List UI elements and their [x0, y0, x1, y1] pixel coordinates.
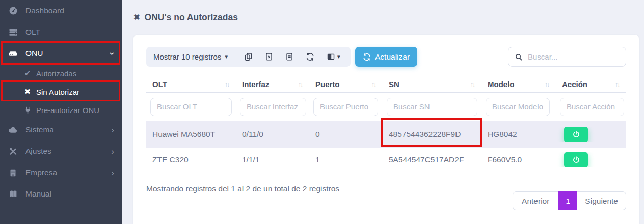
column-label: Puerto — [315, 80, 340, 89]
filter-puerto-input[interactable] — [313, 98, 378, 116]
reload-icon-button[interactable] — [306, 52, 314, 61]
sort-icon: ↑↓ — [298, 81, 302, 88]
sidebar-item-onu[interactable]: ONU › — [0, 43, 122, 64]
check-icon: ✔ — [23, 69, 32, 78]
column-label: Acción — [562, 80, 587, 89]
column-visibility-button[interactable]: ▾ — [327, 52, 340, 61]
sidebar-item-sistema[interactable]: Sistema › — [0, 119, 122, 141]
pagination-page-1-button[interactable]: 1 — [558, 191, 577, 210]
column-label: SN — [389, 80, 399, 89]
search-icon — [515, 53, 523, 61]
cell-modelo: HG8042 — [481, 130, 556, 139]
length-menu-dropdown[interactable]: Mostrar 10 registros ▾ — [153, 52, 228, 61]
caret-down-icon: ▾ — [225, 53, 228, 60]
actualizar-button[interactable]: Actualizar — [355, 47, 417, 67]
table-toolbar: Mostrar 10 registros ▾ — [146, 47, 626, 67]
plug-icon — [23, 106, 32, 114]
power-icon — [572, 130, 580, 138]
column-header-accion[interactable]: Acción↑↓ — [556, 76, 626, 92]
file-export-button[interactable] — [285, 52, 293, 61]
x-icon: ✖ — [23, 87, 32, 96]
cell-olt: Huawei MA5680T — [146, 130, 236, 139]
router-icon — [8, 49, 18, 59]
cell-modelo: F660V5.0 — [481, 155, 556, 164]
sidebar-item-label: Pre-autorizar ONU — [36, 106, 99, 115]
sidebar-item-label: ONU — [25, 49, 43, 58]
sidebar-item-autorizadas[interactable]: ✔ Autorizadas — [0, 64, 122, 82]
cell-sn: 4857544362228F9D — [383, 130, 481, 139]
power-icon — [572, 156, 580, 164]
book-icon — [8, 189, 18, 199]
filter-sn-input[interactable] — [387, 98, 477, 116]
chevron-right-icon: › — [111, 147, 114, 156]
sidebar-item-label: OLT — [25, 27, 40, 37]
filter-modelo-input[interactable] — [486, 98, 550, 116]
sidebar-item-dashboard[interactable]: Dashboard — [0, 0, 122, 21]
building-icon — [8, 169, 18, 177]
cell-sn: 5A544547C517AD2F — [383, 155, 481, 164]
cell-puerto: 0 — [309, 130, 383, 139]
export-tools: ▾ — [244, 52, 340, 61]
server-icon — [8, 27, 18, 37]
column-label: Modelo — [488, 80, 515, 89]
cell-puerto: 1 — [309, 155, 383, 164]
sidebar-item-label: Dashboard — [25, 6, 64, 15]
length-menu-label: Mostrar 10 registros — [153, 52, 221, 61]
sidebar-item-label: Sin Autorizar — [36, 88, 79, 96]
tools-icon — [8, 147, 18, 156]
sidebar-item-ajustes[interactable]: Ajustes › — [0, 141, 122, 162]
filter-interfaz-input[interactable] — [240, 98, 306, 116]
tachometer-icon — [8, 6, 18, 15]
sidebar-item-label: Empresa — [25, 168, 57, 177]
column-label: OLT — [152, 80, 167, 89]
sidebar: Dashboard OLT ONU › ✔ Autorizadas ✖ Sin … — [0, 0, 122, 224]
sort-icon: ↑↓ — [615, 81, 619, 88]
pagination-previous-button[interactable]: Anterior — [513, 191, 558, 210]
pagination: Anterior 1 Siguiente — [513, 191, 626, 210]
sidebar-item-manual[interactable]: Manual — [0, 183, 122, 205]
chevron-right-icon: › — [111, 126, 114, 134]
cell-interfaz: 1/1/1 — [236, 155, 309, 164]
sync-icon — [363, 53, 371, 61]
filter-accion-input[interactable] — [560, 98, 624, 116]
sort-icon: ↑↓ — [545, 81, 549, 88]
sidebar-item-label: Sistema — [25, 125, 54, 134]
column-header-sn[interactable]: SN↑↓ — [383, 76, 481, 92]
column-label: Interfaz — [242, 80, 269, 89]
cloud-icon — [8, 125, 18, 135]
excel-export-button[interactable] — [265, 52, 273, 61]
page-title-text: ONU's no Autorizadas — [145, 12, 238, 23]
pagination-next-button[interactable]: Siguiente — [577, 191, 626, 210]
column-header-olt[interactable]: OLT↑↓ — [146, 76, 236, 92]
search-input[interactable] — [528, 52, 620, 61]
column-header-modelo[interactable]: Modelo↑↓ — [481, 76, 556, 92]
cell-interfaz: 0/11/0 — [236, 130, 309, 139]
chevron-right-icon: › — [111, 169, 114, 177]
sidebar-item-olt[interactable]: OLT — [0, 21, 122, 43]
sidebar-item-label: Autorizadas — [36, 69, 76, 78]
sidebar-item-empresa[interactable]: Empresa › — [0, 162, 122, 183]
sidebar-item-label: Ajustes — [25, 147, 51, 156]
column-header-puerto[interactable]: Puerto↑↓ — [309, 76, 383, 92]
table-card: Mostrar 10 registros ▾ — [133, 35, 639, 224]
authorize-onu-button[interactable] — [564, 127, 588, 142]
sort-icon: ↑↓ — [225, 81, 229, 88]
copy-button[interactable] — [244, 52, 253, 61]
chevron-down-icon: › — [109, 52, 117, 55]
table-row: ZTE C320 1/1/1 1 5A544547C517AD2F F660V5… — [146, 148, 626, 172]
column-header-interfaz[interactable]: Interfaz↑↓ — [236, 76, 309, 92]
x-icon: ✖ — [133, 13, 140, 22]
table-filter-row — [146, 93, 626, 121]
authorize-onu-button[interactable] — [564, 152, 588, 167]
sort-icon: ↑↓ — [371, 81, 375, 88]
sidebar-item-pre-autorizar-onu[interactable]: Pre-autorizar ONU — [0, 101, 122, 119]
cell-olt: ZTE C320 — [146, 155, 236, 164]
filter-olt-input[interactable] — [150, 98, 232, 116]
caret-down-icon: ▾ — [337, 53, 340, 60]
page-title: ✖ ONU's no Autorizadas — [122, 0, 644, 35]
table-header-row: OLT↑↓ Interfaz↑↓ Puerto↑↓ SN↑↓ Modelo↑↓ … — [146, 76, 626, 93]
sort-icon: ↑↓ — [470, 81, 474, 88]
table-search — [508, 47, 626, 67]
sidebar-item-sin-autorizar[interactable]: ✖ Sin Autorizar — [0, 82, 122, 101]
sidebar-item-label: Manual — [25, 189, 51, 199]
